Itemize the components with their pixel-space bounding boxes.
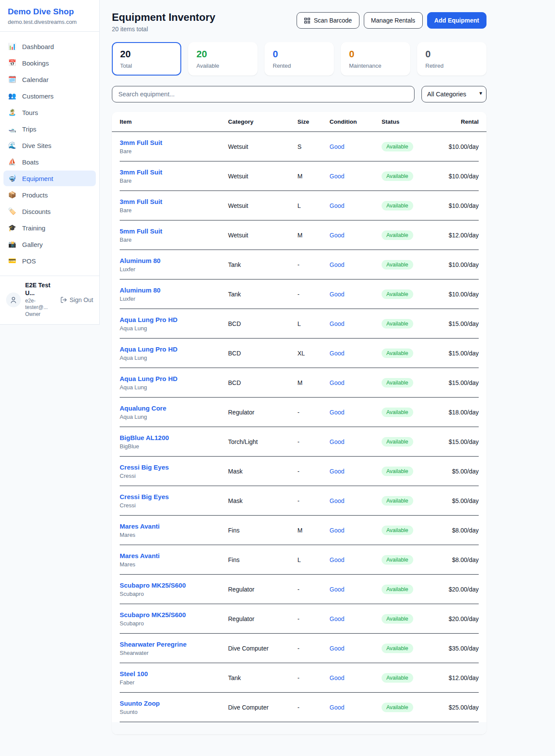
discounts-icon: 🏷️: [8, 207, 16, 215]
header-actions: Scan Barcode Manage Rentals Add Equipmen…: [297, 12, 486, 29]
item-link[interactable]: Aqua Lung Pro HD: [120, 316, 228, 323]
condition-link[interactable]: Good: [330, 232, 382, 239]
status-badge: Available: [382, 289, 413, 299]
sidebar-item-training[interactable]: 🎓Training: [3, 220, 96, 236]
sidebar-item-trips[interactable]: 🛥️Trips: [3, 121, 96, 137]
table-header-grid: ItemCategorySizeConditionStatusRental: [120, 112, 479, 131]
item-cell: Aqua Lung Pro HDAqua Lung: [120, 316, 228, 332]
item-link[interactable]: Scubapro MK25/S600: [120, 582, 228, 589]
manage-rentals-button[interactable]: Manage Rentals: [364, 12, 423, 29]
item-link[interactable]: Mares Avanti: [120, 552, 228, 559]
category-cell: Dive Computer: [228, 704, 297, 711]
sidebar-item-equipment[interactable]: 🤿Equipment: [3, 171, 96, 186]
item-brand: Cressi: [120, 473, 228, 479]
item-link[interactable]: Cressi Big Eyes: [120, 463, 228, 471]
condition-link[interactable]: Good: [330, 527, 382, 534]
customers-icon: 👥: [8, 92, 16, 100]
person-icon: [10, 296, 17, 304]
item-link[interactable]: 3mm Full Suit: [120, 198, 228, 205]
size-cell: -: [297, 468, 330, 475]
condition-link[interactable]: Good: [330, 586, 382, 593]
stat-card-rented[interactable]: 0Rented: [264, 42, 334, 76]
condition-link[interactable]: Good: [330, 202, 382, 209]
item-link[interactable]: 3mm Full Suit: [120, 168, 228, 176]
sidebar-item-calendar[interactable]: 🗓️Calendar: [3, 72, 96, 87]
item-link[interactable]: Aqualung Core: [120, 404, 228, 412]
sidebar-item-products[interactable]: 📦Products: [3, 187, 96, 203]
stat-card-available[interactable]: 20Available: [188, 42, 258, 76]
condition-link[interactable]: Good: [330, 173, 382, 180]
item-link[interactable]: Suunto Zoop: [120, 700, 228, 707]
item-link[interactable]: Shearwater Peregrine: [120, 641, 228, 648]
category-select[interactable]: All Categories: [421, 86, 486, 102]
item-link[interactable]: Scubapro MK25/S600: [120, 611, 228, 618]
item-link[interactable]: Aqua Lung Pro HD: [120, 345, 228, 353]
condition-link[interactable]: Good: [330, 379, 382, 386]
condition-link[interactable]: Good: [330, 143, 382, 150]
search-input[interactable]: [112, 86, 415, 102]
scan-barcode-button[interactable]: Scan Barcode: [297, 12, 359, 29]
condition-link[interactable]: Good: [330, 468, 382, 475]
sidebar-item-tours[interactable]: 🏝️Tours: [3, 105, 96, 120]
condition-link[interactable]: Good: [330, 704, 382, 711]
size-cell: L: [297, 556, 330, 563]
status-cell: Available: [382, 408, 429, 417]
rental-cell: $12.00/day: [429, 674, 479, 681]
sidebar-item-gallery[interactable]: 📸Gallery: [3, 237, 96, 252]
table-row: Cressi Big EyesCressiMask-GoodAvailable$…: [120, 486, 479, 516]
condition-link[interactable]: Good: [330, 615, 382, 622]
condition-link[interactable]: Good: [330, 261, 382, 268]
status-cell: Available: [382, 673, 429, 683]
sidebar-item-dive-sites[interactable]: 🌊Dive Sites: [3, 138, 96, 153]
stat-card-total[interactable]: 20Total: [112, 42, 181, 76]
table-row: Mares AvantiMaresFinsMGoodAvailable$8.00…: [120, 516, 479, 545]
item-cell: Suunto ZoopSuunto: [120, 700, 228, 715]
condition-link[interactable]: Good: [330, 438, 382, 445]
condition-link[interactable]: Good: [330, 409, 382, 416]
item-link[interactable]: Aluminum 80: [120, 286, 228, 294]
condition-link[interactable]: Good: [330, 291, 382, 298]
table-row: 3mm Full SuitBareWetsuitSGoodAvailable$1…: [120, 132, 479, 161]
add-equipment-label: Add Equipment: [434, 17, 479, 24]
sidebar-item-customers[interactable]: 👥Customers: [3, 88, 96, 104]
condition-link[interactable]: Good: [330, 674, 382, 681]
stat-card-retired[interactable]: 0Retired: [417, 42, 486, 76]
add-equipment-button[interactable]: Add Equipment: [427, 12, 486, 29]
category-cell: Tank: [228, 291, 297, 298]
sign-out-button[interactable]: Sign Out: [60, 296, 93, 303]
item-link[interactable]: Aqua Lung Pro HD: [120, 375, 228, 382]
condition-link[interactable]: Good: [330, 556, 382, 563]
dashboard-icon: 📊: [8, 43, 16, 50]
condition-link[interactable]: Good: [330, 320, 382, 327]
sidebar-item-bookings[interactable]: 📅Bookings: [3, 55, 96, 71]
item-link[interactable]: Steel 100: [120, 670, 228, 677]
condition-link[interactable]: Good: [330, 645, 382, 652]
sidebar-item-boats[interactable]: ⛵Boats: [3, 154, 96, 170]
item-link[interactable]: BigBlue AL1200: [120, 434, 228, 441]
brand-name[interactable]: Demo Dive Shop: [8, 7, 91, 16]
training-icon: 🎓: [8, 224, 16, 232]
sidebar: Demo Dive Shop demo.test.divestreams.com…: [0, 0, 100, 325]
size-cell: -: [297, 438, 330, 445]
rental-cell: $15.00/day: [429, 438, 479, 445]
sidebar-item-dashboard[interactable]: 📊Dashboard: [3, 39, 96, 54]
item-link[interactable]: Mares Avanti: [120, 523, 228, 530]
sidebar-item-pos[interactable]: 💳POS: [3, 253, 96, 269]
item-link[interactable]: Aluminum 80: [120, 257, 228, 264]
item-link[interactable]: 5mm Full Suit: [120, 227, 228, 235]
condition-link[interactable]: Good: [330, 350, 382, 357]
item-link[interactable]: 3mm Full Suit: [120, 139, 228, 146]
sidebar-item-label: Gallery: [22, 241, 43, 248]
size-cell: -: [297, 615, 330, 622]
sidebar-item-discounts[interactable]: 🏷️Discounts: [3, 204, 96, 219]
item-brand: Luxfer: [120, 266, 228, 273]
bookings-icon: 📅: [8, 59, 16, 67]
size-cell: -: [297, 409, 330, 416]
item-cell: BigBlue AL1200BigBlue: [120, 434, 228, 450]
brand-domain: demo.test.divestreams.com: [8, 19, 91, 25]
item-link[interactable]: Cressi Big Eyes: [120, 493, 228, 500]
condition-link[interactable]: Good: [330, 497, 382, 504]
table-row: Suunto ZoopSuuntoDive Computer-GoodAvail…: [120, 693, 479, 722]
item-cell: Aluminum 80Luxfer: [120, 257, 228, 273]
stat-card-maintenance[interactable]: 0Maintenance: [341, 42, 410, 76]
